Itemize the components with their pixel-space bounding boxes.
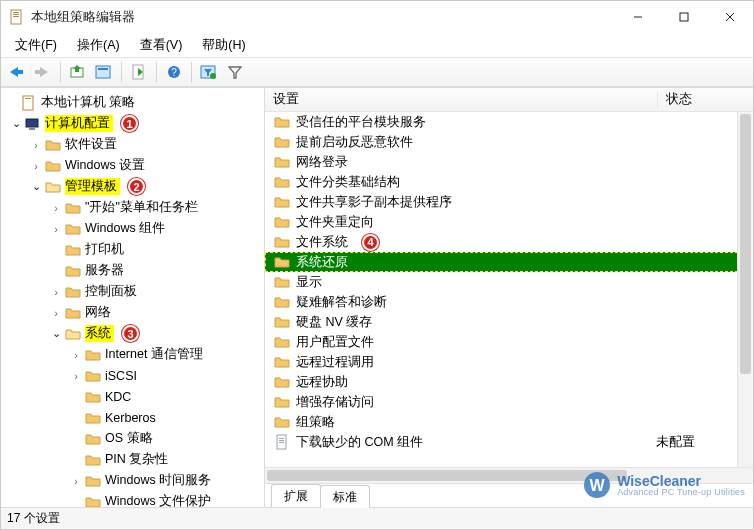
up-button[interactable] [66, 60, 90, 84]
toolbar: ? [1, 57, 753, 87]
list-item[interactable]: 显示 [265, 272, 753, 292]
chevron-right-icon[interactable]: › [29, 160, 43, 172]
policy-icon [21, 95, 37, 111]
list-item[interactable]: 提前启动反恶意软件 [265, 132, 753, 152]
content-split: 本地计算机 策略 ⌄ 计算机配置 1 › 软件设置 › Windows 设置 ⌄ [1, 87, 753, 507]
tree-admin-templates[interactable]: ⌄ 管理模板 2 [1, 176, 264, 197]
tree-pane[interactable]: 本地计算机 策略 ⌄ 计算机配置 1 › 软件设置 › Windows 设置 ⌄ [1, 88, 265, 507]
list-pane: 设置 状态 受信任的平台模块服务提前启动反恶意软件网络登录文件分类基础结构文件共… [265, 88, 753, 507]
folder-icon [274, 414, 290, 430]
menu-file[interactable]: 文件(F) [7, 35, 65, 56]
tree-os-policy[interactable]: OS 策略 [1, 428, 264, 449]
tree-control-panel[interactable]: ›控制面板 [1, 281, 264, 302]
filter-options-button[interactable] [197, 60, 221, 84]
chevron-right-icon[interactable]: › [49, 286, 63, 298]
list-body[interactable]: 受信任的平台模块服务提前启动反恶意软件网络登录文件分类基础结构文件共享影子副本提… [265, 112, 753, 467]
tree-wfp[interactable]: Windows 文件保护 [1, 491, 264, 507]
list-item-label: 网络登录 [296, 154, 348, 171]
folder-icon [65, 200, 81, 216]
list-item[interactable]: 用户配置文件 [265, 332, 753, 352]
forward-button[interactable] [31, 60, 55, 84]
chevron-right-icon[interactable]: › [69, 370, 83, 382]
tree-iscsi[interactable]: ›iSCSI [1, 365, 264, 386]
list-item-label: 硬盘 NV 缓存 [296, 314, 372, 331]
chevron-right-icon[interactable]: › [69, 349, 83, 361]
list-item[interactable]: 下载缺少的 COM 组件未配置 [265, 432, 753, 452]
list-item[interactable]: 组策略 [265, 412, 753, 432]
chevron-right-icon[interactable]: › [69, 475, 83, 487]
menu-action[interactable]: 操作(A) [69, 35, 128, 56]
tree-label: KDC [105, 390, 131, 404]
svg-rect-27 [29, 128, 35, 130]
tree-wintime[interactable]: ›Windows 时间服务 [1, 470, 264, 491]
chevron-down-icon[interactable]: ⌄ [9, 117, 23, 130]
list-item-label: 用户配置文件 [296, 334, 374, 351]
list-item[interactable]: 系统还原 [265, 252, 753, 272]
tree-printers[interactable]: 打印机 [1, 239, 264, 260]
chevron-right-icon[interactable]: › [49, 307, 63, 319]
tree-label: OS 策略 [105, 430, 153, 447]
list-item[interactable]: 受信任的平台模块服务 [265, 112, 753, 132]
close-button[interactable] [707, 1, 753, 33]
list-item[interactable]: 网络登录 [265, 152, 753, 172]
tree-label: 网络 [85, 304, 111, 321]
list-item[interactable]: 文件夹重定向 [265, 212, 753, 232]
tree-root[interactable]: 本地计算机 策略 [1, 92, 264, 113]
tree-windows-settings[interactable]: › Windows 设置 [1, 155, 264, 176]
tree-internet-comm[interactable]: ›Internet 通信管理 [1, 344, 264, 365]
svg-rect-26 [26, 119, 38, 127]
list-item[interactable]: 硬盘 NV 缓存 [265, 312, 753, 332]
tab-standard[interactable]: 标准 [320, 485, 370, 508]
list-item[interactable]: 远程协助 [265, 372, 753, 392]
maximize-button[interactable] [661, 1, 707, 33]
tree-kdc[interactable]: KDC [1, 386, 264, 407]
list-item[interactable]: 文件系统4 [265, 232, 753, 252]
menu-help[interactable]: 帮助(H) [194, 35, 253, 56]
list-item[interactable]: 文件分类基础结构 [265, 172, 753, 192]
chevron-right-icon[interactable]: › [49, 223, 63, 235]
tree-label: 服务器 [85, 262, 124, 279]
folder-icon [65, 242, 81, 258]
chevron-right-icon[interactable]: › [49, 202, 63, 214]
menu-view[interactable]: 查看(V) [132, 35, 191, 56]
export-button[interactable] [127, 60, 151, 84]
help-button[interactable]: ? [162, 60, 186, 84]
chevron-down-icon[interactable]: ⌄ [49, 327, 63, 340]
list-item-label: 显示 [296, 274, 322, 291]
folder-icon [85, 452, 101, 468]
svg-rect-30 [279, 440, 284, 441]
chevron-right-icon[interactable]: › [29, 139, 43, 151]
options-button[interactable] [92, 60, 116, 84]
scrollbar-thumb[interactable] [267, 470, 627, 481]
list-item[interactable]: 增强存储访问 [265, 392, 753, 412]
col-setting[interactable]: 设置 [273, 91, 657, 108]
back-button[interactable] [5, 60, 29, 84]
chevron-down-icon[interactable]: ⌄ [29, 180, 43, 193]
list-item[interactable]: 远程过程调用 [265, 352, 753, 372]
app-window: 本地组策略编辑器 文件(F) 操作(A) 查看(V) 帮助(H) ? [0, 0, 754, 530]
tree-software-settings[interactable]: › 软件设置 [1, 134, 264, 155]
tree-label: PIN 复杂性 [105, 451, 168, 468]
tree-kerberos[interactable]: Kerberos [1, 407, 264, 428]
tree-startmenu[interactable]: ›"开始"菜单和任务栏 [1, 197, 264, 218]
list-item[interactable]: 文件共享影子副本提供程序 [265, 192, 753, 212]
minimize-button[interactable] [615, 1, 661, 33]
list-item[interactable]: 疑难解答和诊断 [265, 292, 753, 312]
tree-network[interactable]: ›网络 [1, 302, 264, 323]
list-item-label: 增强存储访问 [296, 394, 374, 411]
folder-icon [274, 394, 290, 410]
tab-extended[interactable]: 扩展 [271, 484, 321, 507]
col-state[interactable]: 状态 [657, 91, 753, 108]
tree-server[interactable]: 服务器 [1, 260, 264, 281]
scrollbar-thumb[interactable] [740, 114, 751, 374]
tree-windows-components[interactable]: ›Windows 组件 [1, 218, 264, 239]
vertical-scrollbar[interactable] [737, 112, 753, 467]
tree-system[interactable]: ⌄ 系统 3 [1, 323, 264, 344]
folder-icon [274, 234, 290, 250]
tree-pin[interactable]: PIN 复杂性 [1, 449, 264, 470]
tree-computer-config[interactable]: ⌄ 计算机配置 1 [1, 113, 264, 134]
computer-icon [25, 116, 41, 132]
horizontal-scrollbar[interactable] [265, 467, 753, 483]
svg-rect-1 [13, 12, 19, 13]
filter-button[interactable] [223, 60, 247, 84]
